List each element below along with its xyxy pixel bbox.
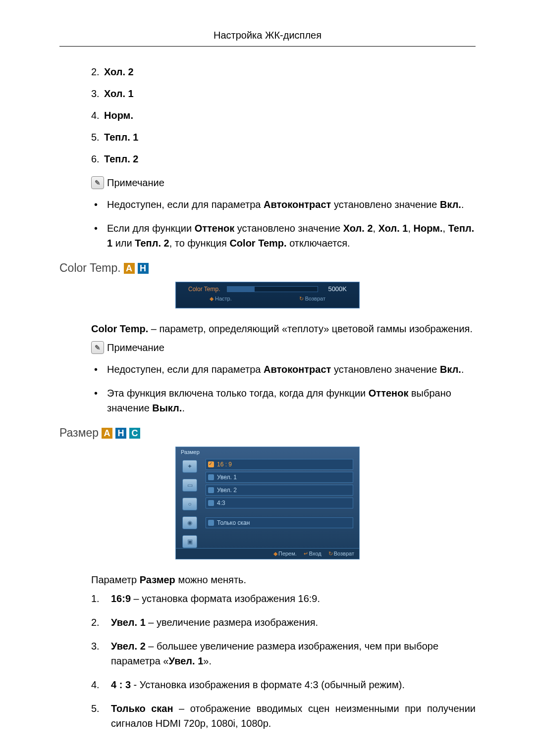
size-intro: Параметр Размер можно менять. [59,572,476,587]
tag-c-icon: C [129,428,140,439]
note-primechanie-2: ✎ Примечание [59,341,476,354]
list-item: 4.Норм. [91,108,476,123]
list-item: 5. Только скан – отображение вводимых сц… [91,701,476,731]
note-label: Примечание [107,342,164,353]
note-icon: ✎ [91,341,104,354]
osd-size-option[interactable]: 16 : 9 [206,459,353,470]
title-text: Размер [59,426,99,440]
list-item: 6.Тепл. 2 [91,151,476,166]
tone-list: 2.Хол. 2 3.Хол. 1 4.Норм. 5.Тепл. 1 6.Те… [59,64,476,166]
osd-ct-slider[interactable] [227,286,318,292]
osd-side-icon[interactable]: ✦ [182,460,197,473]
osd-color-temp: Color Temp. 5000K ◆Настр. ↻Возврат [175,282,360,308]
bullet-item: Недоступен, если для параметра Автоконтр… [91,362,476,377]
osd-side-icon[interactable]: ◉ [182,516,197,529]
tag-h-icon: H [115,428,126,439]
list-item: 1. 16:9 – установка формата изображения … [91,591,476,606]
osd-size-options: 16 : 9 Увел. 1 Увел. 2 4:3 Только скан [204,455,359,548]
note-icon: ✎ [91,176,104,189]
osd-side-icon[interactable]: ▭ [182,479,197,492]
note2-bullets: Недоступен, если для параметра Автоконтр… [59,362,476,415]
bullet-item: Если для функции Оттенок установлено зна… [91,221,476,251]
bullet-item: Недоступен, если для параметра Автоконтр… [91,197,476,212]
note-primechanie: ✎ Примечание [59,176,476,189]
osd-size-option[interactable]: Увел. 1 [206,472,353,483]
title-text: Color Temp. [59,261,121,275]
osd-side-icon[interactable]: ▣ [182,535,197,548]
section-color-temp-title: Color Temp. A H [59,261,476,275]
tag-h-icon: H [138,263,149,274]
osd-foot-move: ◆Перем. [273,551,297,557]
list-item: 5.Тепл. 1 [91,130,476,145]
list-item: 3. Увел. 2 – большее увеличение размера … [91,639,476,668]
osd-ct-value: 5000K [325,285,347,293]
osd-foot-return: ↻Возврат [328,551,354,557]
osd-ct-nav: ◆Настр. [210,296,232,302]
section-size-title: Размер A H C [59,426,476,440]
osd-foot-enter: ↵Вход [304,551,321,557]
osd-ct-label: Color Temp. [188,286,220,293]
size-desc-list: 1. 16:9 – установка формата изображения … [59,591,476,731]
osd-side-icon[interactable]: ○ [182,498,197,510]
osd-size-option[interactable]: Только скан [206,517,353,528]
bullet-item: Эта функция включена только тогда, когда… [91,386,476,415]
list-item: 4. 4 : 3 - Установка изображения в форма… [91,677,476,692]
tag-a-icon: A [124,263,135,274]
list-item: 3.Хол. 1 [91,86,476,101]
note1-bullets: Недоступен, если для параметра Автоконтр… [59,197,476,251]
page-header: Настройка ЖК-дисплея [59,30,476,47]
osd-size: Размер ✦ ▭ ○ ◉ ▣ 16 : 9 Увел. 1 Увел. 2 … [175,447,360,559]
osd-size-option[interactable]: Увел. 2 [206,485,353,496]
list-item: 2.Хол. 2 [91,64,476,79]
osd-size-option[interactable]: 4:3 [206,498,353,508]
tag-a-icon: A [102,428,112,439]
color-temp-desc: Color Temp. – параметр, определяющий «те… [59,321,476,336]
osd-side-icons: ✦ ▭ ○ ◉ ▣ [176,455,204,548]
list-item: 2. Увел. 1 – увеличение размера изображе… [91,615,476,630]
osd-size-title: Размер [176,447,359,455]
note-label: Примечание [107,177,164,189]
osd-ct-return: ↻Возврат [299,296,325,302]
